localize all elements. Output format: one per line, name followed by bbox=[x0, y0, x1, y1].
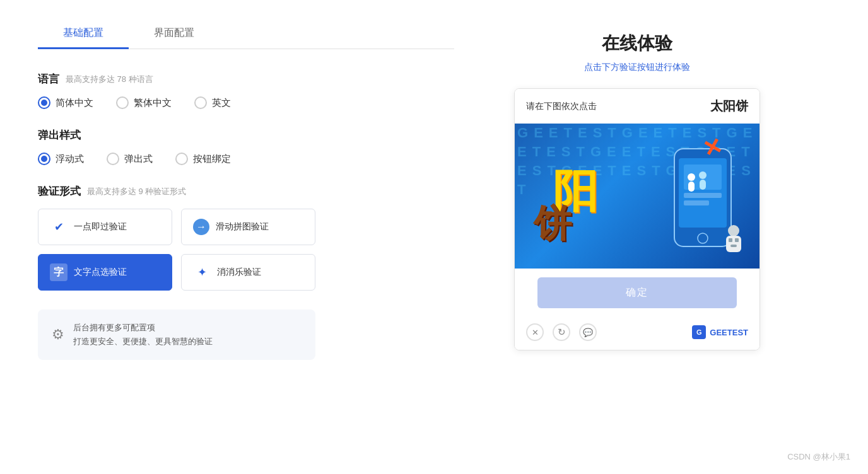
verify-btn-textclick[interactable]: 字 文字点选验证 bbox=[38, 254, 172, 291]
close-icon[interactable]: ✕ bbox=[526, 323, 544, 341]
lang-traditional-radio[interactable] bbox=[116, 96, 129, 109]
left-panel: 基础配置 界面配置 语言 最高支持多达 78 种语言 简体中文 繁体中文 bbox=[38, 19, 454, 455]
svg-point-6 bbox=[688, 173, 695, 181]
geetest-logo: G bbox=[692, 325, 706, 339]
info-box-text: 后台拥有更多可配置项 打造更安全、更便捷、更具智慧的验证 bbox=[73, 321, 213, 349]
popup-radio-group: 浮动式 弹出式 按钮绑定 bbox=[38, 153, 454, 165]
captcha-image[interactable]: GEETEST GEETEST GEETEST GEETEST GEETEST … bbox=[515, 124, 760, 269]
verify-title: 验证形式 最高支持多达 9 种验证形式 bbox=[38, 184, 454, 199]
svg-rect-7 bbox=[688, 182, 695, 192]
lang-traditional[interactable]: 繁体中文 bbox=[116, 96, 172, 109]
online-title: 在线体验 bbox=[602, 32, 672, 55]
captcha-widget: 请在下图依次点击 太阳饼 GEETEST GEETEST GEETEST GEE… bbox=[514, 88, 760, 350]
svg-rect-14 bbox=[730, 245, 737, 247]
svg-rect-4 bbox=[684, 200, 709, 205]
watermark: CSDN @林小果1 bbox=[787, 451, 850, 463]
puzzle-icon: ✦ bbox=[193, 263, 211, 281]
tabs: 基础配置 界面配置 bbox=[38, 19, 454, 49]
popup-button[interactable]: 按钮绑定 bbox=[175, 153, 231, 165]
confirm-button[interactable]: 确定 bbox=[537, 277, 737, 308]
popup-float-radio[interactable] bbox=[38, 153, 50, 165]
popup-modal-radio[interactable] bbox=[107, 153, 119, 165]
captcha-footer: ✕ ↻ 💬 G GEETEST bbox=[515, 317, 760, 350]
svg-point-10 bbox=[728, 225, 739, 236]
language-radio-group: 简体中文 繁体中文 英文 bbox=[38, 96, 454, 109]
robot-figure bbox=[722, 224, 746, 257]
popup-section: 弹出样式 浮动式 弹出式 按钮绑定 bbox=[38, 128, 454, 165]
right-panel: 在线体验 点击下方验证按钮进行体验 请在下图依次点击 太阳饼 GEETEST G… bbox=[505, 19, 770, 455]
svg-rect-3 bbox=[684, 193, 722, 198]
confirm-btn-wrapper: 确定 bbox=[515, 269, 760, 317]
lang-simplified[interactable]: 简体中文 bbox=[38, 96, 93, 109]
popup-button-radio[interactable] bbox=[175, 153, 188, 165]
oneclick-icon: ✔ bbox=[50, 218, 67, 236]
footer-icons: ✕ ↻ 💬 bbox=[526, 323, 597, 341]
lang-english[interactable]: 英文 bbox=[194, 96, 231, 109]
popup-float[interactable]: 浮动式 bbox=[38, 153, 84, 165]
gear-icon: ⚙ bbox=[52, 327, 64, 343]
textclick-icon: 字 bbox=[50, 263, 67, 281]
online-subtitle: 点击下方验证按钮进行体验 bbox=[584, 62, 690, 73]
svg-point-8 bbox=[699, 171, 707, 179]
svg-point-5 bbox=[698, 233, 708, 243]
tab-basic[interactable]: 基础配置 bbox=[38, 19, 129, 49]
lang-english-radio[interactable] bbox=[194, 96, 207, 109]
verify-buttons-grid: ✔ 一点即过验证 → 滑动拼图验证 字 文字点选验证 ✦ 消消乐验证 bbox=[38, 209, 315, 291]
captcha-header: 请在下图依次点击 太阳饼 bbox=[515, 89, 760, 124]
help-icon[interactable]: 💬 bbox=[579, 323, 597, 341]
geetest-brand: G GEETEST bbox=[692, 325, 748, 339]
verify-btn-oneclick[interactable]: ✔ 一点即过验证 bbox=[38, 209, 172, 245]
verify-section: 验证形式 最高支持多达 9 种验证形式 ✔ 一点即过验证 → 滑动拼图验证 字 … bbox=[38, 184, 454, 291]
svg-rect-11 bbox=[726, 236, 741, 252]
info-box: ⚙ 后台拥有更多可配置项 打造更安全、更便捷、更具智慧的验证 bbox=[38, 309, 315, 360]
popup-modal[interactable]: 弹出式 bbox=[107, 153, 153, 165]
captcha-word: 太阳饼 bbox=[710, 98, 748, 115]
svg-rect-13 bbox=[735, 238, 739, 242]
tab-ui[interactable]: 界面配置 bbox=[129, 19, 220, 49]
language-title: 语言 最高支持多达 78 种语言 bbox=[38, 72, 454, 86]
verify-btn-puzzle[interactable]: ✦ 消消乐验证 bbox=[181, 254, 315, 291]
verify-btn-slider[interactable]: → 滑动拼图验证 bbox=[181, 209, 315, 245]
svg-rect-12 bbox=[729, 238, 732, 242]
language-section: 语言 最高支持多达 78 种语言 简体中文 繁体中文 英文 bbox=[38, 72, 454, 109]
svg-rect-9 bbox=[700, 180, 706, 190]
slider-icon: → bbox=[193, 219, 209, 235]
char-bing[interactable]: 饼 bbox=[534, 199, 572, 250]
refresh-icon[interactable]: ↻ bbox=[553, 323, 570, 341]
captcha-instruction: 请在下图依次点击 bbox=[526, 101, 597, 112]
lang-simplified-radio[interactable] bbox=[38, 96, 50, 109]
popup-title: 弹出样式 bbox=[38, 128, 454, 142]
